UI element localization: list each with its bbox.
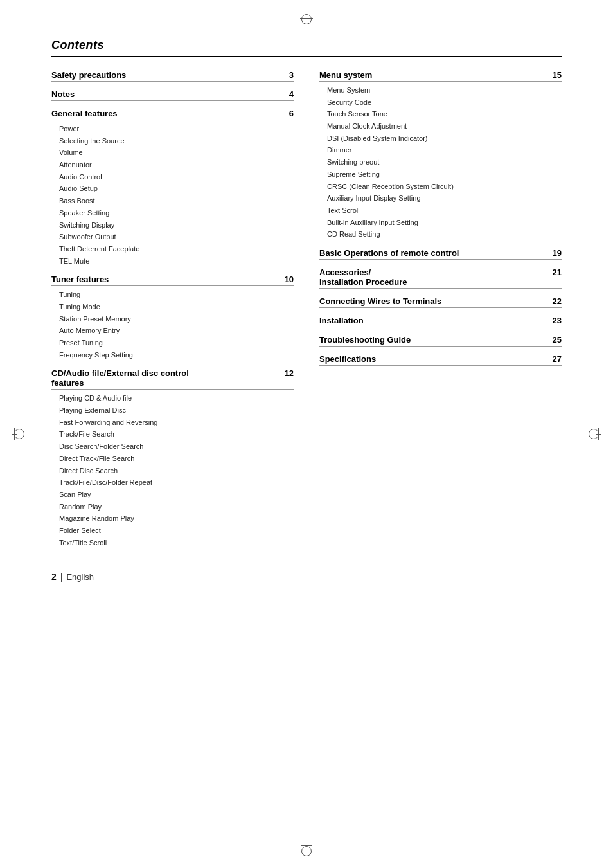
- list-item: Selecting the Source: [59, 135, 294, 147]
- section-header-installation: Installation 23: [319, 316, 562, 327]
- list-item: Tuning Mode: [59, 301, 294, 313]
- section-page-general: 6: [289, 109, 294, 118]
- section-header-cd: CD/Audio file/External disc controlfeatu…: [51, 368, 294, 390]
- toc-section-menu: Menu system 15 Menu System Security Code…: [319, 70, 562, 240]
- section-page-specifications: 27: [553, 354, 562, 364]
- crosshair-circle-left: [14, 429, 24, 439]
- list-item: Switching preout: [327, 156, 562, 168]
- list-item: Subwoofer Output: [59, 231, 294, 243]
- toc-section-installation: Installation 23: [319, 316, 562, 327]
- list-item: Track/File/Disc/Folder Repeat: [59, 476, 294, 489]
- list-item: Speaker Setting: [59, 207, 294, 219]
- section-header-specifications: Specifications 27: [319, 354, 562, 366]
- list-item: Disc Search/Folder Search: [59, 440, 294, 453]
- list-item: DSI (Disabled System Indicator): [327, 132, 562, 145]
- list-item: Bass Boost: [59, 195, 294, 207]
- list-item: Direct Disc Search: [59, 465, 294, 477]
- list-item: Supreme Setting: [327, 168, 562, 181]
- section-title-cd: CD/Audio file/External disc controlfeatu…: [51, 368, 189, 388]
- section-title-remote: Basic Operations of remote control: [319, 248, 459, 258]
- page: Contents Safety precautions 3 Notes 4: [0, 0, 613, 868]
- sub-items-cd: Playing CD & Audio file Playing External…: [51, 392, 294, 548]
- section-header-general: General features 6: [51, 109, 294, 120]
- list-item: Text Scroll: [327, 204, 562, 217]
- list-item: Switching Display: [59, 219, 294, 231]
- right-column: Menu system 15 Menu System Security Code…: [319, 70, 562, 556]
- toc-section-remote: Basic Operations of remote control 19: [319, 248, 562, 260]
- toc-section-cd: CD/Audio file/External disc controlfeatu…: [51, 368, 294, 548]
- section-page-accessories: 21: [553, 267, 562, 277]
- list-item: Auto Memory Entry: [59, 325, 294, 337]
- sub-items-menu: Menu System Security Code Touch Sensor T…: [319, 84, 562, 240]
- section-title-installation: Installation: [319, 316, 364, 325]
- list-item: Attenuator: [59, 159, 294, 171]
- list-item: Playing CD & Audio file: [59, 392, 294, 404]
- list-item: Power: [59, 123, 294, 135]
- crosshair-circle-right: [589, 429, 599, 439]
- toc-section-accessories: Accessories/Installation Procedure 21: [319, 267, 562, 289]
- section-title-troubleshooting: Troubleshooting Guide: [319, 335, 411, 345]
- list-item: Direct Track/File Search: [59, 453, 294, 465]
- section-page-notes: 4: [289, 89, 294, 99]
- footer-language: English: [66, 572, 94, 582]
- section-page-wires: 22: [553, 296, 562, 306]
- section-header-menu: Menu system 15: [319, 70, 562, 82]
- toc-section-troubleshooting: Troubleshooting Guide 25: [319, 335, 562, 347]
- section-title-specifications: Specifications: [319, 354, 376, 364]
- list-item: CRSC (Clean Reception System Circuit): [327, 181, 562, 193]
- list-item: Audio Setup: [59, 183, 294, 195]
- list-item: Random Play: [59, 501, 294, 513]
- section-title-tuner: Tuner features: [51, 275, 109, 284]
- section-header-troubleshooting: Troubleshooting Guide 25: [319, 335, 562, 347]
- list-item: Scan Play: [59, 489, 294, 501]
- list-item: Track/File Search: [59, 428, 294, 440]
- crosshair-circle-bottom: [301, 846, 312, 856]
- footer-bar: 2 | English: [51, 569, 562, 582]
- section-page-troubleshooting: 25: [553, 335, 562, 345]
- crosshair-circle-top: [301, 14, 312, 24]
- list-item: Frequency Step Setting: [59, 349, 294, 361]
- toc-section-safety: Safety precautions 3: [51, 70, 294, 82]
- section-header-accessories: Accessories/Installation Procedure 21: [319, 267, 562, 289]
- section-page-menu: 15: [553, 70, 562, 80]
- list-item: Security Code: [327, 96, 562, 109]
- section-title-accessories: Accessories/Installation Procedure: [319, 267, 407, 287]
- section-title-safety: Safety precautions: [51, 70, 126, 80]
- list-item: Station Preset Memory: [59, 313, 294, 325]
- section-header-wires: Connecting Wires to Terminals 22: [319, 296, 562, 308]
- section-title-general: General features: [51, 109, 118, 118]
- page-title: Contents: [51, 39, 562, 57]
- sub-items-general: Power Selecting the Source Volume Attenu…: [51, 123, 294, 267]
- list-item: Playing External Disc: [59, 404, 294, 417]
- section-page-tuner: 10: [285, 275, 294, 284]
- list-item: Built-in Auxiliary input Setting: [327, 217, 562, 229]
- list-item: CD Read Setting: [327, 228, 562, 240]
- list-item: Dimmer: [327, 144, 562, 156]
- list-item: Theft Deterrent Faceplate: [59, 243, 294, 255]
- section-header-remote: Basic Operations of remote control 19: [319, 248, 562, 260]
- section-title-wires: Connecting Wires to Terminals: [319, 296, 441, 306]
- section-page-remote: 19: [553, 248, 562, 258]
- list-item: TEL Mute: [59, 255, 294, 267]
- list-item: Manual Clock Adjustment: [327, 120, 562, 132]
- list-item: Audio Control: [59, 171, 294, 183]
- list-item: Fast Forwarding and Reversing: [59, 417, 294, 429]
- list-item: Magazine Random Play: [59, 512, 294, 525]
- list-item: Volume: [59, 147, 294, 159]
- section-header-safety: Safety precautions 3: [51, 70, 294, 82]
- toc-section-tuner: Tuner features 10 Tuning Tuning Mode Sta…: [51, 275, 294, 361]
- section-header-tuner: Tuner features 10: [51, 275, 294, 286]
- content-area: Contents Safety precautions 3 Notes 4: [51, 39, 562, 817]
- section-page-cd: 12: [285, 368, 294, 378]
- left-column: Safety precautions 3 Notes 4 General fea…: [51, 70, 294, 556]
- toc-section-specifications: Specifications 27: [319, 354, 562, 366]
- sub-items-tuner: Tuning Tuning Mode Station Preset Memory…: [51, 289, 294, 361]
- section-title-notes: Notes: [51, 89, 75, 99]
- toc-section-notes: Notes 4: [51, 89, 294, 101]
- section-page-safety: 3: [289, 70, 294, 80]
- list-item: Auxiliary Input Display Setting: [327, 192, 562, 204]
- list-item: Tuning: [59, 289, 294, 301]
- list-item: Menu System: [327, 84, 562, 96]
- section-page-installation: 23: [553, 316, 562, 325]
- section-title-menu: Menu system: [319, 70, 372, 80]
